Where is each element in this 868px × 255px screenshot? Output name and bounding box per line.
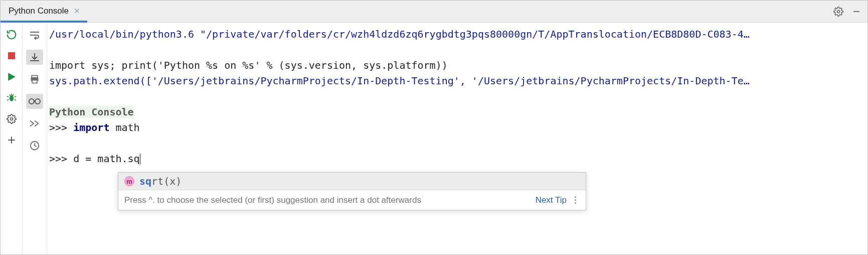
console-output[interactable]: /usr/local/bin/python3.6 "/private/var/f… [47, 23, 867, 254]
next-tip-link[interactable]: Next Tip [536, 195, 567, 205]
prompt: >>> [49, 121, 73, 134]
scroll-to-end-button[interactable] [26, 50, 43, 65]
show-variables-button[interactable] [26, 94, 43, 109]
completion-popup: m sqrt(x) Press ^. to choose the selecte… [118, 172, 586, 210]
completion-text: sqrt(x) [139, 175, 182, 187]
svg-point-12 [10, 118, 13, 120]
debug-button[interactable] [5, 91, 19, 105]
tab-label: Python Console [9, 6, 69, 16]
soft-wrap-button[interactable] [26, 28, 43, 43]
svg-point-0 [837, 10, 840, 13]
kw-import: import [73, 121, 109, 134]
tab-python-console[interactable]: Python Console ✕ [1, 2, 87, 23]
current-input: d = math.sq [73, 153, 139, 165]
run-button[interactable] [5, 70, 19, 84]
completion-item[interactable]: m sqrt(x) [118, 173, 586, 190]
history-button[interactable] [26, 138, 43, 153]
svg-line-9 [14, 99, 16, 100]
svg-marker-3 [8, 73, 16, 81]
svg-line-7 [14, 96, 16, 97]
svg-point-21 [29, 99, 34, 104]
svg-line-11 [12, 94, 14, 96]
print-button[interactable] [26, 72, 43, 87]
svg-rect-20 [32, 80, 37, 83]
svg-point-22 [35, 99, 40, 104]
stop-button[interactable] [5, 49, 19, 63]
svg-rect-18 [32, 76, 38, 78]
caret [140, 154, 140, 165]
settings-button[interactable] [5, 112, 19, 126]
new-console-button[interactable] [5, 133, 19, 147]
rerun-button[interactable] [5, 28, 19, 42]
svg-line-10 [9, 94, 10, 96]
method-icon: m [124, 176, 134, 186]
svg-point-4 [9, 95, 13, 101]
close-icon[interactable]: ✕ [74, 7, 80, 16]
completion-tip: Press ^. to choose the selected (or firs… [124, 195, 532, 205]
syspath-line: sys.path.extend(['/Users/jetbrains/Pycha… [49, 75, 750, 87]
svg-line-6 [7, 96, 8, 97]
more-icon[interactable] [571, 196, 580, 204]
browse-history-button[interactable] [26, 116, 43, 131]
gear-icon[interactable] [832, 6, 844, 18]
import-module: math [109, 121, 139, 134]
minimize-icon[interactable] [850, 6, 862, 18]
svg-rect-2 [8, 52, 15, 59]
import-sys-line: import sys; print('Python %s on %s' % (s… [49, 59, 448, 71]
interpreter-path: /usr/local/bin/python3.6 "/private/var/f… [49, 28, 750, 40]
console-header: Python Console [49, 106, 134, 118]
svg-line-8 [7, 99, 8, 100]
prompt: >>> [49, 153, 73, 165]
